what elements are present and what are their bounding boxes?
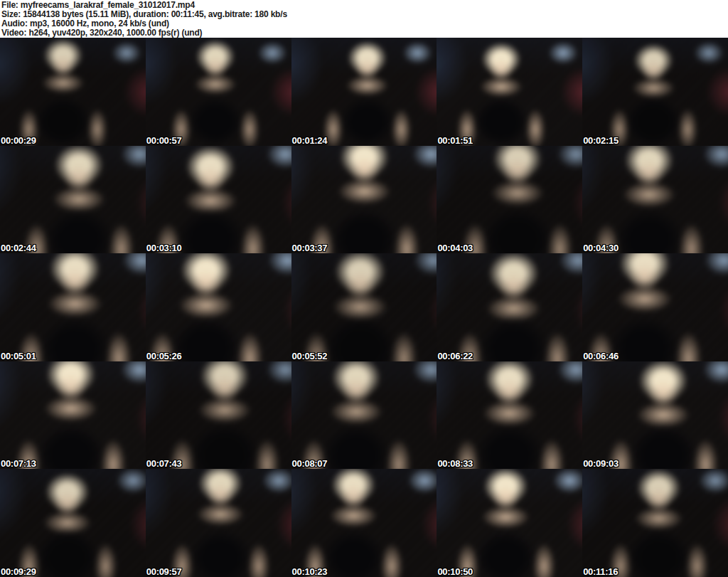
- thumbnail-frame-image: [146, 146, 291, 254]
- video-thumbnail: 00:09:03: [582, 361, 728, 470]
- timestamp-label: 00:09:57: [146, 566, 182, 577]
- video-thumbnail: 00:07:13: [0, 361, 146, 470]
- thumbnail-frame-image: [146, 253, 291, 361]
- thumbnail-frame-image: [582, 361, 728, 470]
- video-thumbnail: 00:06:22: [437, 253, 582, 361]
- video-thumbnail: 00:09:57: [146, 469, 291, 577]
- video-thumbnail: 00:01:51: [437, 38, 582, 146]
- thumbnail-frame-image: [437, 469, 582, 577]
- thumbnail-frame-image: [291, 253, 437, 361]
- thumbnail-frame-image: [437, 361, 582, 470]
- video-thumbnail: 00:02:44: [0, 146, 146, 254]
- timestamp-label: 00:03:37: [292, 243, 328, 253]
- thumbnail-frame-image: [437, 253, 582, 361]
- timestamp-label: 00:07:43: [146, 458, 182, 469]
- thumbnail-frame-image: [291, 469, 437, 577]
- thumbnail-frame-image: [146, 361, 291, 470]
- thumbnail-frame-image: [291, 361, 437, 470]
- thumbnail-frame-image: [582, 253, 728, 361]
- thumbnail-frame-image: [582, 469, 728, 577]
- timestamp-label: 00:00:57: [146, 135, 182, 146]
- timestamp-label: 00:00:29: [1, 135, 36, 146]
- timestamp-label: 00:05:52: [292, 351, 328, 361]
- timestamp-label: 00:10:23: [292, 566, 328, 577]
- thumbnail-frame-image: [582, 146, 728, 254]
- timestamp-label: 00:11:16: [583, 566, 618, 577]
- timestamp-label: 00:02:44: [1, 243, 36, 253]
- video-thumbnail: 00:09:29: [0, 469, 146, 577]
- media-info-header: File: myfreecams_larakraf_female_3101201…: [0, 0, 728, 38]
- timestamp-label: 00:09:03: [583, 458, 619, 469]
- timestamp-label: 00:06:46: [583, 351, 619, 361]
- thumbnail-frame-image: [0, 38, 146, 146]
- thumbnail-frame-image: [291, 146, 437, 254]
- video-thumbnail: 00:03:37: [291, 146, 437, 254]
- video-thumbnail: 00:08:33: [437, 361, 582, 470]
- video-thumbnail: 00:01:24: [291, 38, 437, 146]
- thumbnail-frame-image: [146, 469, 291, 577]
- timestamp-label: 00:04:30: [583, 243, 619, 253]
- video-thumbnail: 00:02:15: [582, 38, 728, 146]
- video-thumbnail: 00:00:57: [146, 38, 291, 146]
- media-info-video: Video: h264, yuv420p, 320x240, 1000.00 f…: [1, 28, 728, 38]
- timestamp-label: 00:02:15: [583, 135, 619, 146]
- video-thumbnail: 00:10:23: [291, 469, 437, 577]
- timestamp-label: 00:01:51: [437, 135, 473, 146]
- thumbnail-sheet: File: myfreecams_larakraf_female_3101201…: [0, 0, 728, 577]
- video-thumbnail: 00:04:30: [582, 146, 728, 254]
- timestamp-label: 00:04:03: [437, 243, 473, 253]
- video-thumbnail: 00:07:43: [146, 361, 291, 470]
- thumbnail-frame-image: [0, 146, 146, 254]
- timestamp-label: 00:09:29: [1, 566, 36, 577]
- timestamp-label: 00:08:33: [437, 458, 473, 469]
- video-thumbnail: 00:00:29: [0, 38, 146, 146]
- timestamp-label: 00:01:24: [292, 135, 328, 146]
- timestamp-label: 00:10:50: [437, 566, 473, 577]
- video-thumbnail: 00:05:26: [146, 253, 291, 361]
- thumbnail-frame-image: [0, 253, 146, 361]
- video-thumbnail: 00:05:52: [291, 253, 437, 361]
- video-thumbnail: 00:08:07: [291, 361, 437, 470]
- video-thumbnail: 00:05:01: [0, 253, 146, 361]
- video-thumbnail: 00:04:03: [437, 146, 582, 254]
- thumbnail-frame-image: [582, 38, 728, 146]
- timestamp-label: 00:08:07: [292, 458, 328, 469]
- thumbnail-frame-image: [0, 469, 146, 577]
- thumbnail-frame-image: [146, 38, 291, 146]
- thumbnail-frame-image: [437, 38, 582, 146]
- timestamp-label: 00:03:10: [146, 243, 182, 253]
- timestamp-label: 00:05:01: [1, 351, 36, 361]
- thumbnail-frame-image: [0, 361, 146, 470]
- thumbnail-frame-image: [291, 38, 437, 146]
- timestamp-label: 00:07:13: [1, 458, 36, 469]
- video-thumbnail: 00:06:46: [582, 253, 728, 361]
- timestamp-label: 00:06:22: [437, 351, 473, 361]
- video-thumbnail: 00:03:10: [146, 146, 291, 254]
- video-thumbnail: 00:10:50: [437, 469, 582, 577]
- timestamp-label: 00:05:26: [146, 351, 182, 361]
- thumbnail-grid: 00:00:29 00:00:57 00:01:24 00:01:51 00:0…: [0, 38, 728, 577]
- thumbnail-frame-image: [437, 146, 582, 254]
- video-thumbnail: 00:11:16: [582, 469, 728, 577]
